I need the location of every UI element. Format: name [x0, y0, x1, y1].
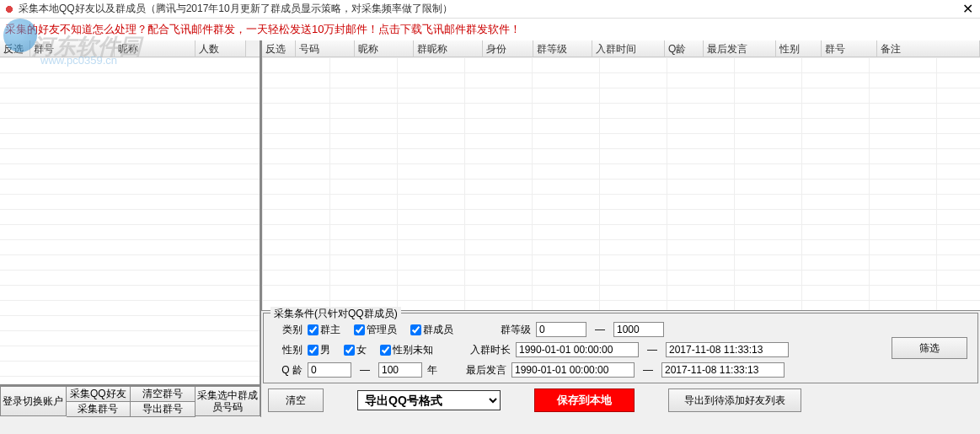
chk-male[interactable]: 男 — [308, 343, 330, 357]
bottom-bar: 清空 导出QQ号格式 保存到本地 导出到待添加好友列表 — [261, 383, 980, 417]
login-switch-button[interactable]: 登录切换账户 — [0, 386, 67, 416]
collect-friends-button[interactable]: 采集QQ好友 — [67, 386, 131, 401]
groups-table[interactable]: 反选 群号 昵称 人数 — [0, 40, 260, 385]
chk-admin[interactable]: 管理员 — [354, 323, 397, 337]
qage-to-input[interactable] — [378, 362, 422, 378]
mcol-lastspeak[interactable]: 最后发言 — [704, 40, 776, 56]
label-jointime: 入群时长 — [463, 343, 511, 357]
export-to-addlist-button[interactable]: 导出到待添加好友列表 — [668, 388, 801, 412]
collect-members-button[interactable]: 采集选中群成员号码 — [195, 386, 261, 416]
chk-member[interactable]: 群成员 — [410, 323, 453, 337]
join-to-input[interactable] — [666, 342, 789, 357]
promo-text[interactable]: 采集的好友不知道怎么处理？配合飞讯邮件群发，一天轻松发送10万封邮件！点击下载飞… — [0, 19, 980, 40]
mcol-nick[interactable]: 昵称 — [355, 40, 414, 56]
left-toolbar: 登录切换账户 采集QQ好友 采集群号 清空群号 导出群号 采集选中群成员号码 — [0, 385, 260, 417]
filter-legend: 采集条件(只针对QQ群成员) — [270, 307, 401, 321]
join-from-input[interactable] — [516, 342, 639, 357]
label-qage: Q 龄 — [269, 363, 303, 378]
collect-groups-button[interactable]: 采集群号 — [67, 401, 131, 417]
mcol-qage[interactable]: Q龄 — [665, 40, 704, 56]
label-level: 群等级 — [484, 323, 531, 337]
dash: — — [592, 324, 608, 335]
label-gender: 性别 — [269, 343, 303, 357]
mcol-jointime[interactable]: 入群时间 — [592, 40, 665, 56]
close-icon[interactable]: ✕ — [955, 0, 980, 19]
col-nick[interactable]: 昵称 — [115, 40, 195, 56]
dash: — — [640, 364, 656, 376]
export-groups-button[interactable]: 导出群号 — [131, 401, 195, 417]
app-icon — [3, 3, 15, 15]
titlebar: 采集本地QQ好友以及群成员（腾讯与2017年10月更新了群成员显示策略，对采集频… — [0, 0, 980, 19]
filter-button[interactable]: 筛选 — [892, 337, 967, 359]
mcol-role[interactable]: 身份 — [483, 40, 533, 56]
dash: — — [644, 344, 661, 356]
label-lastspeak: 最后发言 — [459, 363, 506, 378]
col-groupid[interactable]: 群号 — [30, 40, 115, 56]
qage-unit: 年 — [427, 363, 437, 378]
mcol-groupnick[interactable]: 群昵称 — [414, 40, 483, 56]
chk-unknown[interactable]: 性别未知 — [380, 343, 433, 357]
mcol-level[interactable]: 群等级 — [533, 40, 592, 56]
label-category: 类别 — [269, 323, 303, 337]
clear-groups-button[interactable]: 清空群号 — [131, 386, 195, 401]
mcol-invert[interactable]: 反选 — [262, 40, 296, 56]
qage-from-input[interactable] — [308, 362, 351, 378]
members-table[interactable]: 反选 号码 昵称 群昵称 身份 群等级 入群时间 Q龄 最后发言 性别 群号 备… — [261, 40, 980, 311]
mcol-remark[interactable]: 备注 — [877, 40, 980, 56]
mcol-number[interactable]: 号码 — [296, 40, 355, 56]
save-local-button[interactable]: 保存到本地 — [534, 388, 635, 412]
level-to-input[interactable] — [613, 322, 664, 337]
filter-box: 采集条件(只针对QQ群成员) 类别 群主 管理员 群成员 群等级 — 性别 男 … — [263, 313, 978, 383]
export-format-select[interactable]: 导出QQ号格式 — [357, 390, 501, 410]
col-count[interactable]: 人数 — [195, 40, 246, 56]
mcol-groupid[interactable]: 群号 — [822, 40, 877, 56]
last-from-input[interactable] — [511, 362, 635, 378]
chk-owner[interactable]: 群主 — [308, 323, 340, 337]
mcol-gender[interactable]: 性别 — [776, 40, 822, 56]
window-title: 采集本地QQ好友以及群成员（腾讯与2017年10月更新了群成员显示策略，对采集频… — [19, 2, 955, 16]
dash: — — [356, 364, 373, 376]
level-from-input[interactable] — [536, 322, 586, 337]
chk-female[interactable]: 女 — [344, 343, 367, 357]
clear-button[interactable]: 清空 — [268, 388, 324, 412]
col-invert[interactable]: 反选 — [0, 40, 30, 56]
last-to-input[interactable] — [661, 362, 785, 378]
